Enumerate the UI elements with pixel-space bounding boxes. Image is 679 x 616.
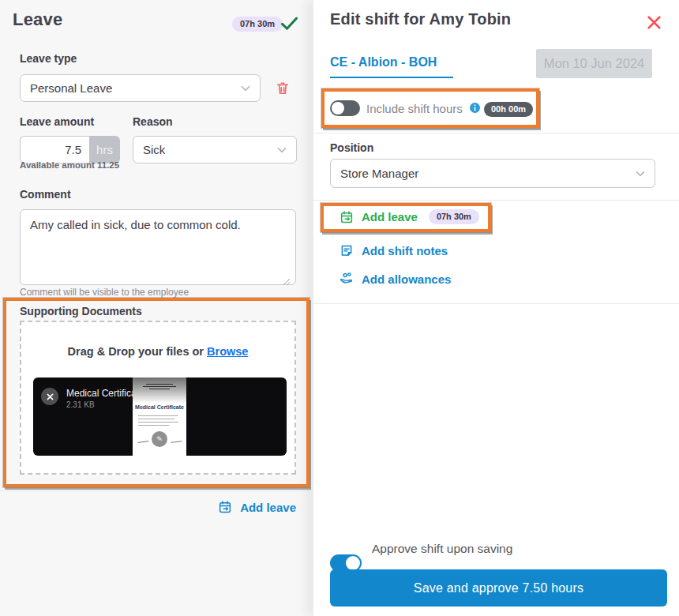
leave-panel: Leave 07h 30m Leave type Personal Leave … xyxy=(0,0,313,616)
add-leave-action[interactable]: Add leave 07h 30m xyxy=(340,209,479,224)
leave-amount-label: Leave amount xyxy=(20,115,94,128)
shift-hours-badge: 00h 00m xyxy=(484,102,533,117)
chevron-down-icon xyxy=(241,85,250,92)
chevron-down-icon xyxy=(277,147,287,153)
leave-type-label: Leave type xyxy=(20,52,77,65)
leave-panel-title: Leave xyxy=(13,9,62,30)
position-select[interactable]: Store Manager xyxy=(330,159,655,188)
file-preview-thumbnail: Medical Certificate ✎ xyxy=(133,377,186,456)
toggle-knob xyxy=(332,102,344,115)
add-leave-duration-badge: 07h 30m xyxy=(429,209,479,224)
uploaded-file-card: Medical Certificate.png 2.31 KB Medical … xyxy=(33,377,287,456)
edit-shift-panel: Edit shift for Amy Tobin CE - Albion - B… xyxy=(313,0,679,616)
info-icon[interactable] xyxy=(470,103,480,113)
add-leave-link-label: Add leave xyxy=(240,501,296,514)
include-shift-hours-toggle[interactable] xyxy=(330,100,360,116)
dropzone-text: Drag & Drop your files or Browse xyxy=(21,345,294,358)
section-divider xyxy=(313,200,679,201)
comment-textarea[interactable]: Amy called in sick, due to common cold. xyxy=(20,209,296,285)
file-size: 2.31 KB xyxy=(66,400,95,409)
certificate-title: Medical Certificate xyxy=(133,404,186,410)
save-approve-button[interactable]: Save and approve 7.50 hours xyxy=(330,569,667,607)
hand-coins-icon xyxy=(340,272,354,286)
leave-duration-badge: 07h 30m xyxy=(232,17,283,32)
certificate-signature-right xyxy=(171,435,182,442)
add-leave-action-label: Add leave xyxy=(362,210,418,223)
file-dropzone[interactable]: Drag & Drop your files or Browse Medical… xyxy=(20,321,296,475)
section-divider xyxy=(313,133,679,133)
section-divider xyxy=(313,303,679,304)
leave-type-select[interactable]: Personal Leave xyxy=(20,74,261,102)
add-leave-link-left[interactable]: Add leave xyxy=(218,500,296,514)
tab-area-of-work[interactable]: CE - Albion - BOH xyxy=(330,55,437,69)
leave-amount-input[interactable] xyxy=(20,136,89,163)
supporting-documents-label: Supporting Documents xyxy=(20,305,142,317)
toggle-knob xyxy=(346,556,360,570)
available-amount-text: Available amount 11.25 xyxy=(20,160,119,170)
note-icon xyxy=(340,243,354,257)
reason-label: Reason xyxy=(133,115,173,128)
add-shift-notes-action[interactable]: Add shift notes xyxy=(340,243,448,257)
leave-calendar-icon xyxy=(218,500,232,514)
delete-leave-trash-icon[interactable] xyxy=(275,80,291,96)
leave-approved-check-icon xyxy=(279,13,300,34)
edit-shift-title: Edit shift for Amy Tobin xyxy=(330,10,511,28)
drag-drop-text: Drag & Drop your files or xyxy=(68,345,204,358)
chevron-down-icon xyxy=(636,171,645,177)
reason-value: Sick xyxy=(143,143,271,156)
add-shift-notes-label: Add shift notes xyxy=(362,244,448,257)
leave-amount-group: hrs xyxy=(20,136,120,163)
comment-helper-text: Comment will be visible to the employee xyxy=(20,287,189,298)
reason-select[interactable]: Sick xyxy=(133,136,297,163)
add-allowances-label: Add allowances xyxy=(362,272,451,286)
add-allowances-action[interactable]: Add allowances xyxy=(340,272,451,286)
approve-shift-label: Approve shift upon saving xyxy=(372,542,512,556)
remove-file-icon[interactable] xyxy=(41,388,58,405)
certificate-header-art xyxy=(133,377,186,403)
position-value: Store Manager xyxy=(340,167,629,180)
comment-label: Comment xyxy=(20,188,71,201)
close-icon[interactable] xyxy=(647,15,662,30)
certificate-text-lines xyxy=(138,415,181,428)
edit-shift-dialog: Leave 07h 30m Leave type Personal Leave … xyxy=(0,0,679,616)
certificate-seal-icon: ✎ xyxy=(152,431,167,447)
left-footer-divider xyxy=(0,490,313,491)
leave-type-value: Personal Leave xyxy=(30,81,234,95)
browse-link[interactable]: Browse xyxy=(207,345,248,358)
leave-calendar-icon xyxy=(340,210,354,224)
position-label: Position xyxy=(330,141,373,154)
certificate-signature-left xyxy=(137,435,149,443)
shift-date-chip[interactable]: Mon 10 Jun 2024 xyxy=(536,49,652,78)
include-shift-hours-label: Include shift hours xyxy=(366,102,463,115)
leave-amount-unit: hrs xyxy=(89,136,120,163)
tab-active-underline xyxy=(330,77,453,78)
